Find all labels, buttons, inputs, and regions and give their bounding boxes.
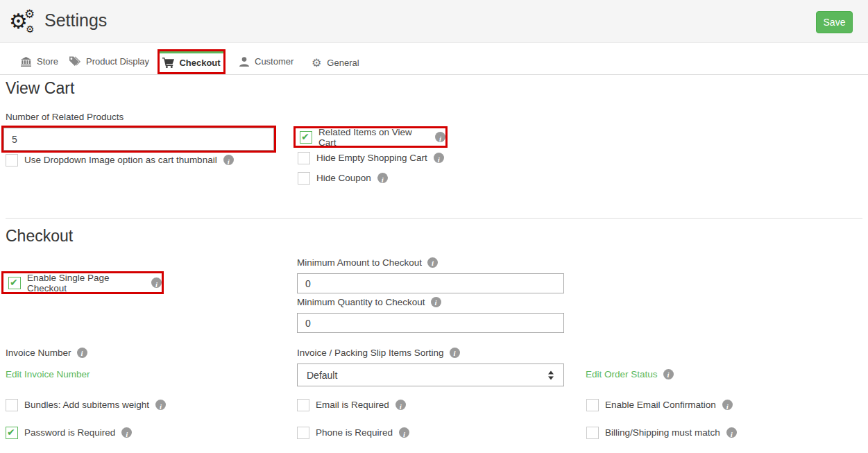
bundles-weight-label: Bundles: Add subitems weight xyxy=(24,400,149,410)
info-icon[interactable] xyxy=(726,427,737,438)
info-icon[interactable] xyxy=(121,427,132,438)
info-icon[interactable] xyxy=(663,369,674,379)
checkbox-unchecked[interactable] xyxy=(586,399,599,411)
info-icon[interactable] xyxy=(435,132,445,142)
min-quantity-input[interactable] xyxy=(297,313,564,333)
hide-empty-cart-checkbox[interactable]: Hide Empty Shopping Cart xyxy=(298,151,444,164)
tab-customer-label: Customer xyxy=(255,56,293,67)
related-items-annotation: Related Items on View Cart xyxy=(293,126,448,148)
invoice-number-label: Invoice Number xyxy=(6,348,71,358)
save-button[interactable]: Save xyxy=(816,11,853,33)
checkbox-checked[interactable] xyxy=(6,427,18,439)
min-quantity-label: Minimum Quantity to Checkout xyxy=(297,297,425,307)
related-products-input[interactable] xyxy=(3,128,274,151)
settings-page: Settings Save Store Product Display Chec… xyxy=(0,0,868,453)
phone-required-label: Phone is Required xyxy=(316,427,393,438)
info-icon[interactable] xyxy=(434,153,444,163)
hide-coupon-checkbox[interactable]: Hide Coupon xyxy=(298,171,388,185)
items-sorting-selected-value: Default xyxy=(307,370,337,381)
dropdown-thumbnail-label: Use Dropdown Image option as cart thumbn… xyxy=(24,155,217,165)
tab-product-display[interactable]: Product Display xyxy=(69,56,149,67)
min-quantity-label-row: Minimum Quantity to Checkout xyxy=(297,297,441,307)
tab-checkout[interactable]: Checkout xyxy=(160,51,223,72)
info-icon[interactable] xyxy=(427,257,438,268)
info-icon[interactable] xyxy=(431,297,441,307)
info-icon[interactable] xyxy=(223,155,234,165)
min-amount-label-row: Minimum Amount to Checkout xyxy=(297,257,438,268)
view-cart-heading: View Cart xyxy=(6,79,74,98)
single-page-checkout-label: Enable Single Page Checkout xyxy=(27,273,145,293)
cart-icon xyxy=(162,58,174,68)
info-icon[interactable] xyxy=(450,348,460,358)
checkout-heading: Checkout xyxy=(6,227,73,246)
related-products-label: Number of Related Products xyxy=(6,112,124,122)
email-required-checkbox[interactable]: Email is Required xyxy=(297,398,406,411)
info-icon[interactable] xyxy=(722,400,733,410)
edit-invoice-number-link[interactable]: Edit Invoice Number xyxy=(6,369,90,379)
bundles-weight-checkbox[interactable]: Bundles: Add subitems weight xyxy=(6,398,166,411)
phone-required-checkbox[interactable]: Phone is Required xyxy=(297,426,409,439)
checkbox-checked[interactable] xyxy=(8,277,21,289)
dropdown-thumbnail-checkbox[interactable]: Use Dropdown Image option as cart thumbn… xyxy=(6,153,234,166)
items-sorting-select[interactable]: Default xyxy=(297,364,564,386)
invoice-number-label-row: Invoice Number xyxy=(6,348,87,358)
info-icon[interactable] xyxy=(77,348,87,358)
checkbox-unchecked[interactable] xyxy=(297,427,309,439)
email-required-label: Email is Required xyxy=(316,400,389,410)
tab-store-label: Store xyxy=(37,56,58,67)
hide-coupon-label: Hide Coupon xyxy=(316,173,371,183)
checkbox-unchecked[interactable] xyxy=(298,172,310,185)
tab-bar-divider xyxy=(0,74,868,75)
checkbox-unchecked[interactable] xyxy=(586,427,599,439)
min-amount-input[interactable] xyxy=(297,273,564,293)
info-icon[interactable] xyxy=(399,427,409,438)
edit-order-status-link[interactable]: Edit Order Status xyxy=(586,369,674,379)
tab-checkout-label: Checkout xyxy=(179,58,220,68)
info-icon[interactable] xyxy=(395,400,406,410)
billing-match-label: Billing/Shipping must match xyxy=(605,427,720,438)
header-bar: Settings Save xyxy=(0,0,868,43)
cogs-icon xyxy=(9,6,41,37)
section-divider xyxy=(6,218,862,219)
checkbox-unchecked[interactable] xyxy=(6,399,18,411)
info-icon[interactable] xyxy=(155,400,166,410)
billing-match-checkbox[interactable]: Billing/Shipping must match xyxy=(586,426,737,439)
single-page-checkout-annotation: Enable Single Page Checkout xyxy=(1,271,164,294)
tab-general[interactable]: General xyxy=(312,56,359,69)
tab-general-label: General xyxy=(327,58,359,68)
tab-store[interactable]: Store xyxy=(21,56,58,67)
tab-product-display-label: Product Display xyxy=(86,56,149,67)
checkbox-checked[interactable] xyxy=(300,131,312,144)
user-icon xyxy=(239,57,249,67)
info-icon[interactable] xyxy=(151,277,162,288)
select-arrows-icon xyxy=(548,370,554,379)
checkbox-unchecked[interactable] xyxy=(6,154,18,166)
checkbox-unchecked[interactable] xyxy=(297,399,309,411)
checkbox-unchecked[interactable] xyxy=(298,152,310,164)
email-confirmation-checkbox[interactable]: Enable Email Confirmation xyxy=(586,398,733,411)
email-confirmation-label: Enable Email Confirmation xyxy=(605,400,716,410)
tab-customer[interactable]: Customer xyxy=(239,56,293,67)
password-required-label: Password is Required xyxy=(24,427,115,438)
hide-empty-cart-label: Hide Empty Shopping Cart xyxy=(316,153,427,163)
tab-checkout-annotation: Checkout xyxy=(158,49,225,74)
password-required-checkbox[interactable]: Password is Required xyxy=(6,426,132,439)
gear-icon xyxy=(312,56,321,69)
items-sorting-label: Invoice / Packing Slip Items Sorting xyxy=(297,348,444,358)
related-products-annotation xyxy=(1,126,276,153)
related-items-label: Related Items on View Cart xyxy=(318,127,429,148)
min-amount-label: Minimum Amount to Checkout xyxy=(297,257,422,268)
bank-icon xyxy=(21,57,31,67)
page-title: Settings xyxy=(44,10,107,31)
items-sorting-label-row: Invoice / Packing Slip Items Sorting xyxy=(297,348,460,358)
info-icon[interactable] xyxy=(377,173,388,183)
tags-icon xyxy=(69,56,80,67)
